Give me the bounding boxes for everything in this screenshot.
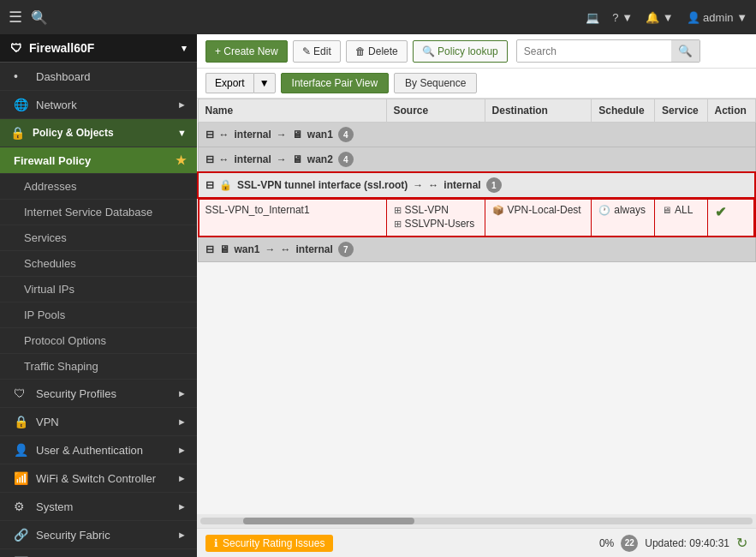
arrow-icon: → [413,179,423,191]
sub-toolbar: Export ▼ Interface Pair View By Sequence [197,69,756,99]
scrollbar-thumb[interactable] [243,518,414,524]
sidebar-header[interactable]: 🛡 Firewall60F ▾ [0,34,197,63]
network-icon: 🌐 [14,98,29,111]
addresses-label: Addresses [24,180,76,193]
from-interface-label: wan1 [235,243,260,255]
group-collapse-icon: ⊟ [205,179,214,191]
sidebar-item-policy-objects[interactable]: 🔒 Policy & Objects ▼ [0,119,197,147]
col-header-name: Name [198,99,386,123]
sidebar-item-label: Policy & Objects [33,127,114,139]
delete-button[interactable]: 🗑 Delete [346,40,408,63]
to-interface-icon: ↔ [428,179,438,191]
to-interface-label: internal [443,179,480,191]
group-collapse-icon: ⊟ [205,243,214,255]
protocol-options-label: Protocol Options [24,334,106,347]
service-label: ALL [675,204,693,216]
sidebar-item-ip-pools[interactable]: IP Pools [0,302,197,328]
service-icon: 🖥 [662,205,671,215]
security-profiles-arrow: ► [177,388,187,398]
sidebar: 🛡 Firewall60F ▾ • Dashboard 🌐 Network ► … [0,34,197,557]
ssl-tunnel-icon: 🔒 [219,179,232,191]
by-sequence-tab[interactable]: By Sequence [394,73,477,93]
firewall-icon: 🛡 [10,41,22,55]
sidebar-item-security-fabric[interactable]: 🔗 Security Fabric ► [0,521,197,549]
export-arrow-button[interactable]: ▼ [253,73,276,93]
col-header-service: Service [655,99,707,123]
virtual-ips-label: Virtual IPs [24,283,74,296]
issues-count-badge: 22 [621,535,638,552]
sidebar-item-security-profiles[interactable]: 🛡 Security Profiles ► [0,380,197,408]
from-interface-label: internal [235,129,271,141]
schedule-label: always [614,204,646,216]
sidebar-item-dashboard[interactable]: • Dashboard [0,63,197,91]
admin-menu[interactable]: 👤 admin ▼ [687,11,748,24]
global-search-icon[interactable]: 🔍 [31,9,48,26]
terminal-icon[interactable]: 💻 [586,11,599,24]
create-new-button[interactable]: + Create New [205,40,288,63]
edit-button[interactable]: ✎ Edit [293,40,341,63]
sidebar-item-protocol-options[interactable]: Protocol Options [0,328,197,354]
policy-lookup-button[interactable]: 🔍 Policy lookup [413,40,508,63]
sidebar-item-vpn[interactable]: 🔒 VPN ► [0,408,197,436]
interface-pair-view-tab[interactable]: Interface Pair View [281,73,390,93]
main-toolbar: + Create New ✎ Edit 🗑 Delete 🔍 Policy lo… [197,34,756,69]
security-fabric-icon: 🔗 [14,528,29,542]
col-header-destination: Destination [485,99,592,123]
sidebar-item-user-auth[interactable]: 👤 User & Authentication ► [0,436,197,464]
to-interface-label: internal [296,243,333,255]
security-rating-issues-button[interactable]: ℹ Security Rating Issues [205,535,333,552]
network-arrow: ► [177,99,187,110]
policy-table: Name Source Destination Schedule Service… [197,99,756,262]
updated-timestamp: Updated: 09:40:31 [645,537,729,549]
policy-action-cell: ✔ [707,198,755,237]
sidebar-item-wifi-switch[interactable]: 📶 WiFi & Switch Controller ► [0,464,197,493]
source-label-2: SSLVPN-Users [405,218,475,230]
security-fabric-arrow: ► [177,530,187,540]
table-area: Name Source Destination Schedule Service… [197,99,756,514]
group-row-internal-wan1[interactable]: ⊟ ↔ internal → 🖥 wan1 4 [198,123,755,147]
refresh-button[interactable]: ↻ [736,535,747,551]
source-icon-2: ⊞ [394,219,402,230]
star-icon: ★ [176,153,187,167]
sidebar-item-traffic-shaping[interactable]: Traffic Shaping [0,354,197,380]
dashboard-icon: • [14,69,29,83]
sidebar-item-system[interactable]: ⚙ System ► [0,493,197,521]
firewall-policy-label: Firewall Policy [14,154,176,167]
sidebar-item-log-report[interactable]: 📊 Log & Report ► [0,549,197,557]
group-count-badge: 7 [338,242,354,257]
group-row-wan1-internal[interactable]: ⊟ 🖥 wan1 → ↔ internal 7 [198,237,755,262]
policy-service-cell: 🖥 ALL [655,198,707,237]
search-submit-button[interactable]: 🔍 [671,40,699,62]
to-interface-label: wan1 [307,129,333,141]
internet-service-label: Internet Service Database [24,206,152,219]
sidebar-item-label: WiFi & Switch Controller [36,472,156,485]
sidebar-collapse-arrow: ▾ [182,43,187,54]
sidebar-item-services[interactable]: Services [0,225,197,251]
horizontal-scrollbar[interactable] [197,514,756,528]
policy-destination-cell: 📦 VPN-Local-Dest [485,198,592,237]
policy-row-ssl-vpn[interactable]: SSL-VPN_to_Internat1 ⊞ SSL-VPN ⊞ SSLVPN-… [198,198,755,237]
search-input[interactable] [517,41,671,62]
sidebar-item-label: System [36,500,73,513]
main-layout: 🛡 Firewall60F ▾ • Dashboard 🌐 Network ► … [0,34,756,557]
ssl-tunnel-label: SSL-VPN tunnel interface (ssl.root) [237,179,408,191]
from-interface-icon: 🖥 [219,243,229,255]
sidebar-item-addresses[interactable]: Addresses [0,174,197,200]
sidebar-item-network[interactable]: 🌐 Network ► [0,91,197,119]
help-button[interactable]: ? ▼ [612,11,633,24]
sidebar-item-virtual-ips[interactable]: Virtual IPs [0,277,197,302]
sidebar-item-internet-service-db[interactable]: Internet Service Database [0,200,197,225]
sidebar-item-label: VPN [36,416,59,428]
notifications-bell[interactable]: 🔔 ▼ [646,11,673,24]
group-row-ssl-vpn[interactable]: ⊟ 🔒 SSL-VPN tunnel interface (ssl.root) … [198,172,755,198]
search-bar: 🔍 [516,39,700,63]
col-header-action: Action [707,99,755,123]
sidebar-item-label: Security Profiles [36,387,116,400]
sidebar-item-firewall-policy[interactable]: Firewall Policy ★ [0,147,197,174]
hamburger-icon[interactable]: ☰ [9,8,22,27]
content-area: + Create New ✎ Edit 🗑 Delete 🔍 Policy lo… [197,34,756,557]
sidebar-item-schedules[interactable]: Schedules [0,251,197,277]
group-collapse-icon: ⊟ [205,153,214,165]
export-button[interactable]: Export [205,73,253,93]
group-row-internal-wan2[interactable]: ⊟ ↔ internal → 🖥 wan2 4 [198,147,755,173]
